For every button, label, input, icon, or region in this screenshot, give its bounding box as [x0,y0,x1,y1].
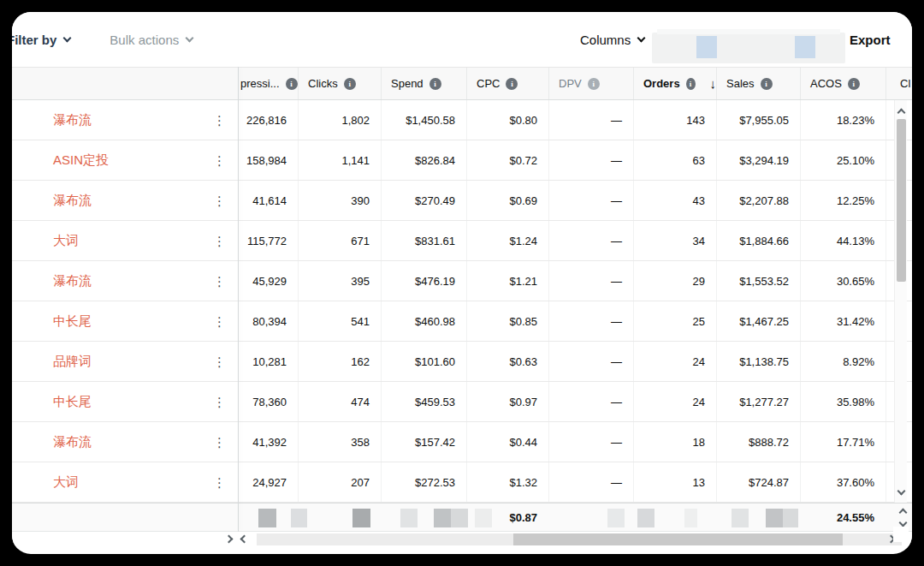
redaction-block [637,509,654,527]
table-row[interactable]: 瀑布流 ⋮ 45,929 395 $476.19 $1.21 — 29 $1,5… [12,261,912,301]
clicks-cell: 671 [298,221,381,260]
header-acos[interactable]: ACOS i [800,68,886,99]
campaign-link[interactable]: 中长尾 [53,394,92,410]
campaign-link[interactable]: ASIN定投 [53,152,109,169]
spend-cell: $101.60 [381,342,466,381]
campaign-link[interactable]: 大词 [53,474,79,491]
info-icon[interactable]: i [429,78,441,90]
acos-cell: 12.25% [800,181,886,220]
campaign-link[interactable]: 品牌词 [53,354,92,370]
date-range-redacted[interactable] [652,33,845,63]
kebab-menu-icon[interactable]: ⋮ [213,476,226,489]
table-row[interactable]: 瀑布流 ⋮ 41,392 358 $157.42 $0.44 — 18 $888… [12,422,912,462]
campaign-name-cell: 瀑布流 ⋮ [12,100,238,140]
info-icon[interactable]: i [848,78,860,90]
columns-label: Columns [580,33,631,47]
campaign-link[interactable]: 瀑布流 [53,434,92,450]
sales-cell: $1,138.75 [716,342,800,381]
scroll-down-icon[interactable] [895,486,907,499]
bulk-actions-label: Bulk actions [110,33,179,47]
table-row[interactable]: 瀑布流 ⋮ 41,614 390 $270.49 $0.69 — 43 $2,2… [12,181,912,221]
dpv-cell: — [548,301,633,341]
header-cpc[interactable]: CPC i [466,68,548,99]
columns-button[interactable]: Columns [580,33,644,47]
header-clipped-column[interactable]: Cl [886,68,912,99]
cpc-cell: $0.80 [466,100,548,140]
kebab-menu-icon[interactable]: ⋮ [213,396,226,408]
sort-desc-icon[interactable]: ↓ [710,76,717,91]
dpv-cell: — [548,422,633,462]
kebab-menu-icon[interactable]: ⋮ [213,275,226,288]
kebab-menu-icon[interactable]: ⋮ [213,436,226,449]
acos-cell: 8.92% [800,342,886,381]
campaign-link[interactable]: 大词 [53,233,79,249]
table-row[interactable]: 大词 ⋮ 24,927 207 $272.53 $1.32 — 13 $724.… [12,462,912,503]
dpv-cell: — [548,221,633,260]
redaction-block [258,509,276,527]
export-button[interactable]: Export [850,33,891,47]
campaign-link[interactable]: 中长尾 [53,313,92,330]
table-row[interactable]: 中长尾 ⋮ 78,360 474 $459.53 $0.97 — 24 $1,2… [12,382,912,422]
pinned-column-divider [238,67,239,532]
cpc-cell: $0.44 [466,422,548,462]
sales-cell: $1,884.66 [716,221,800,260]
info-icon[interactable]: i [761,78,773,90]
scroll-up-icon[interactable] [897,503,909,517]
vscroll-thumb[interactable] [897,119,906,282]
vertical-scrollbar[interactable] [894,100,907,503]
kebab-menu-icon[interactable]: ⋮ [213,235,226,247]
header-orders[interactable]: Orders i ↓ [633,68,716,99]
kebab-menu-icon[interactable]: ⋮ [213,194,226,207]
filter-by-button[interactable]: Filter by [12,33,70,47]
header-spend[interactable]: Spend i [381,68,466,99]
orders-cell: 24 [633,342,716,381]
table-row[interactable]: 大词 ⋮ 115,772 671 $831.61 $1.24 — 34 $1,8… [12,221,912,261]
info-icon[interactable]: i [286,78,298,90]
orders-cell: 63 [633,140,716,180]
sales-cell: $1,467.25 [716,301,800,341]
campaign-link[interactable]: 瀑布流 [53,112,92,128]
table-row[interactable]: ASIN定投 ⋮ 158,984 1,141 $826.84 $0.72 — 6… [12,140,912,181]
hscroll-thumb[interactable] [513,533,843,545]
header-clicks[interactable]: Clicks i [298,68,381,99]
redaction-block [607,509,625,527]
impressions-cell: 115,772 [238,221,298,260]
export-label: Export [850,33,891,47]
expand-pinned-column-icon[interactable] [222,532,234,545]
orders-cell: 13 [633,462,716,502]
impressions-cell: 41,392 [238,422,298,462]
table-row[interactable]: 瀑布流 ⋮ 226,816 1,802 $1,450.58 $0.80 — 14… [12,100,912,140]
campaign-name-cell: 中长尾 ⋮ [12,301,238,341]
info-icon[interactable]: i [344,78,356,90]
table-row[interactable]: 中长尾 ⋮ 80,394 541 $460.98 $0.85 — 25 $1,4… [12,301,912,342]
table-row[interactable]: 品牌词 ⋮ 10,281 162 $101.60 $0.63 — 24 $1,1… [12,342,912,382]
hscroll-track[interactable] [257,533,902,545]
header-impressions[interactable]: pressi... i [238,68,298,99]
impressions-cell: 10,281 [238,342,298,381]
chevron-down-icon [63,33,72,42]
kebab-menu-icon[interactable]: ⋮ [213,315,226,328]
kebab-menu-icon[interactable]: ⋮ [213,114,226,127]
orders-cell: 25 [633,301,716,341]
campaign-link[interactable]: 瀑布流 [53,193,92,209]
sales-cell: $888.72 [716,422,800,462]
spend-cell: $270.49 [381,181,466,220]
scroll-left-icon[interactable] [238,532,250,545]
redaction-block [434,509,451,527]
redaction-block [352,509,370,527]
table-body: 瀑布流 ⋮ 226,816 1,802 $1,450.58 $0.80 — 14… [12,100,912,503]
bulk-actions-button[interactable]: Bulk actions [110,33,192,47]
kebab-menu-icon[interactable]: ⋮ [213,154,226,167]
info-icon[interactable]: i [506,78,518,90]
header-campaign-name [12,68,238,99]
info-icon[interactable]: i [588,78,600,90]
sales-cell: $724.87 [716,462,800,502]
header-dpv[interactable]: DPV i [548,68,633,99]
header-sales[interactable]: Sales i [716,68,800,99]
dpv-cell: — [548,140,633,180]
info-icon[interactable]: i [686,78,696,90]
campaign-link[interactable]: 瀑布流 [53,273,92,289]
acos-cell: 37.60% [800,462,886,502]
scroll-up-icon[interactable] [895,104,907,117]
kebab-menu-icon[interactable]: ⋮ [213,355,226,368]
